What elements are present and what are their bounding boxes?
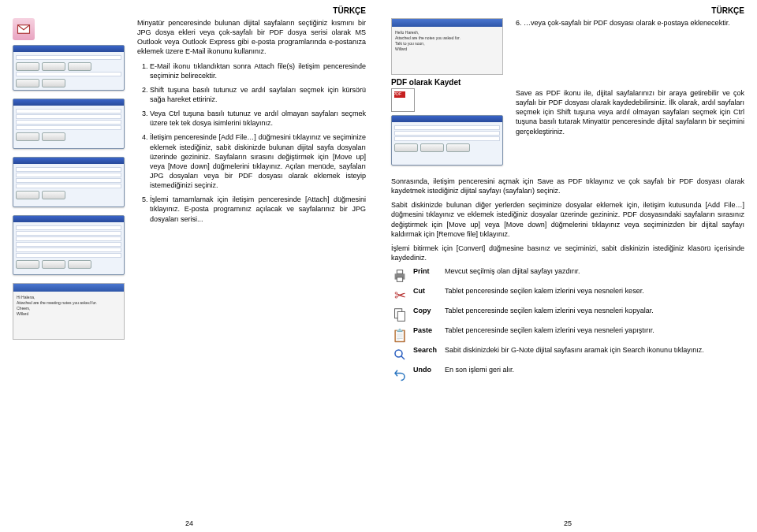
pdf-row: Save as PDF ikonu ile, dijital sayfaları… — [391, 88, 744, 173]
left-thumbs-column: Hi Halena,Attached are the meeting notes… — [13, 18, 137, 340]
pdf-para2: Sonrasında, iletişim penceresini açmak i… — [391, 177, 744, 195]
step6-thumb-col: Hello Haresh, Attached are the notes you… — [391, 18, 516, 75]
document-spread: TÜRKÇE — [0, 0, 757, 532]
select-multiple-thumb-2 — [13, 157, 125, 207]
cmd-print-label: Print — [413, 267, 445, 275]
step-4: İletişim penceresinde [Add File…] düğmes… — [150, 132, 366, 190]
printer-icon — [391, 267, 408, 285]
cmd-undo-label: Undo — [413, 366, 445, 374]
copy-icon — [391, 307, 408, 324]
cmd-copy: Copy Tablet penceresinde seçilen kalem i… — [391, 307, 744, 324]
steps-list: E-Mail ikonu tıklandıktan sonra Attach f… — [137, 61, 366, 224]
cmd-undo-desc: En son işlemi geri alır. — [445, 366, 744, 375]
cmd-print: Print Mevcut seçilmiş olan dijital sayfa… — [391, 267, 744, 285]
save-as-pdf-icon — [391, 88, 415, 112]
email-icon — [13, 18, 35, 40]
lang-header-right: TÜRKÇE — [391, 6, 744, 15]
page-right: TÜRKÇE Hello Haresh, Attached are the no… — [378, 0, 757, 532]
search-icon — [391, 346, 408, 363]
cmd-undo: Undo En son işlemi geri alır. — [391, 366, 744, 383]
select-multiple-thumb-1 — [13, 99, 125, 149]
cmd-paste-desc: Tablet penceresinde seçilen kalem izleri… — [445, 326, 744, 336]
step-1: E-Mail ikonu tıklandıktan sonra Attach f… — [150, 61, 366, 80]
pdf-para4: İşlemi bitirmek için [Convert] düğmesine… — [391, 244, 744, 262]
cmd-copy-desc: Tablet penceresinde seçilen kalem izleri… — [445, 307, 744, 316]
svg-rect-3 — [397, 277, 402, 282]
cmd-cut-desc: Tablet penceresinde seçilen kalem izleri… — [445, 287, 744, 296]
step-3: Veya Ctrl tuşuna basılı tutunuz ve ardıl… — [150, 109, 366, 128]
cmd-paste-label: Paste — [413, 326, 445, 334]
step6-row: Hello Haresh, Attached are the notes you… — [391, 18, 744, 75]
pdf-section-title: PDF olarak Kaydet — [391, 78, 744, 87]
undo-icon — [391, 366, 408, 383]
page-number-right: 25 — [378, 519, 757, 527]
attach-files-thumb-1 — [13, 45, 125, 91]
clipboard-icon: 📋 — [391, 326, 408, 344]
page-number-left: 24 — [0, 519, 378, 527]
lang-header-left: TÜRKÇE — [13, 6, 366, 15]
pdf-thumb-col — [391, 88, 516, 173]
svg-rect-2 — [397, 270, 402, 274]
left-text-column: Minyatür penceresinde bulunan dijital sa… — [137, 18, 366, 340]
intro-paragraph: Minyatür penceresinde bulunan dijital sa… — [137, 18, 366, 57]
scissors-icon: ✂ — [391, 287, 408, 304]
cmd-paste: 📋 Paste Tablet penceresinde seçilen kale… — [391, 326, 744, 344]
left-two-col: Hi Halena,Attached are the meeting notes… — [13, 18, 366, 340]
cmd-print-desc: Mevcut seçilmiş olan dijital sayfayı yaz… — [445, 267, 744, 277]
step-5: İşlemi tamamlamak için iletişim penceres… — [150, 195, 366, 223]
cmd-cut: ✂ Cut Tablet penceresinde seçilen kalem … — [391, 287, 744, 304]
pdf-para3: Sabit diskinizde bulunan diğer yerlerden… — [391, 200, 744, 239]
pdf-dialog-thumb — [391, 115, 503, 166]
pdf-para1: Save as PDF ikonu ile, dijital sayfaları… — [516, 88, 744, 173]
cmd-cut-label: Cut — [413, 287, 445, 295]
cmd-search-label: Search — [413, 346, 445, 354]
page-left: TÜRKÇE — [0, 0, 378, 532]
cmd-search: Search Sabit diskinizdeki bir G-Note dij… — [391, 346, 744, 363]
svg-line-7 — [401, 356, 405, 360]
attach-files-thumb-2 — [13, 215, 125, 275]
cmd-search-desc: Sabit diskinizdeki bir G-Note dijital sa… — [445, 346, 744, 355]
outlook-compose-thumb-2: Hello Haresh, Attached are the notes you… — [391, 18, 503, 75]
outlook-compose-thumb: Hi Halena,Attached are the meeting notes… — [13, 283, 125, 340]
step6-text: 6. …veya çok-sayfalı bir PDF dosyası ola… — [516, 18, 744, 75]
cmd-copy-label: Copy — [413, 307, 445, 314]
step-2: Shift tuşuna basılı tutunuz ve ardıl say… — [150, 85, 366, 104]
svg-rect-5 — [397, 312, 405, 322]
